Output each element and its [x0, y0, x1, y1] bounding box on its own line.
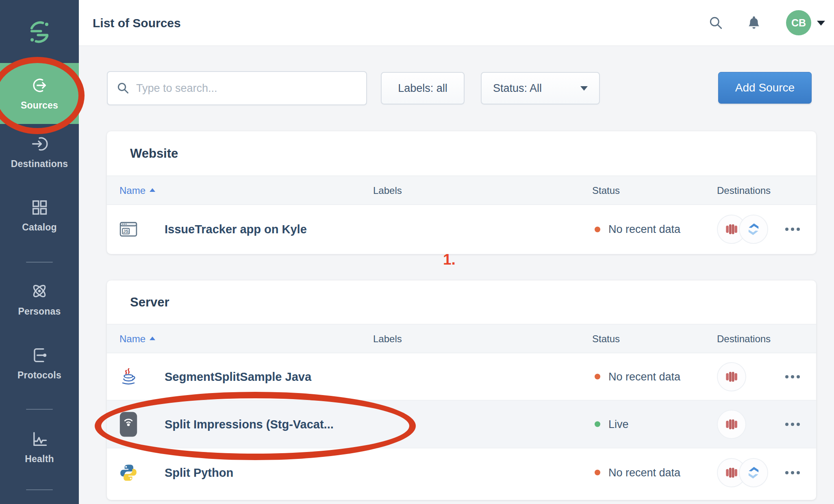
main-content: Labels: all Status: All Add Source Websi…	[79, 46, 834, 504]
column-header-labels: Labels	[373, 324, 402, 354]
column-header-labels: Labels	[373, 176, 402, 205]
website-section-card: Website Name Labels Status Destinations	[107, 131, 816, 254]
status-badge: Live	[595, 418, 629, 430]
sidebar-divider	[26, 489, 53, 490]
status-dot	[595, 470, 600, 476]
column-header-destinations: Destinations	[717, 176, 771, 205]
segment-logo-icon	[27, 20, 52, 45]
destinations-cell	[717, 362, 746, 391]
destinations-cell	[717, 458, 768, 487]
java-source-icon	[119, 367, 138, 386]
search-icon	[708, 15, 724, 31]
column-header-name[interactable]: Name	[119, 324, 155, 354]
page-title: List of Sources	[93, 0, 181, 46]
sidebar-item-personas[interactable]: Personas	[0, 282, 79, 321]
status-dot	[595, 374, 600, 380]
status-dot	[595, 421, 600, 427]
source-search	[107, 71, 367, 105]
status-badge: No recent data	[595, 223, 680, 236]
source-row-split-impressions[interactable]: Split Impressions (Stg-Vacat... Live	[107, 400, 816, 448]
source-row-issuetracker[interactable]: JS IssueTracker app on Kyle No recent da…	[107, 205, 816, 254]
sidebar-divider	[26, 262, 53, 263]
chevron-down-icon	[817, 21, 825, 26]
warehouse-destination-icon[interactable]	[717, 362, 746, 391]
sidebar-item-protocols[interactable]: Protocols	[0, 346, 79, 385]
status-badge: No recent data	[595, 466, 680, 479]
sidebar-item-health[interactable]: Health	[0, 430, 79, 469]
column-header-status: Status	[592, 176, 620, 205]
protocols-icon	[30, 346, 48, 364]
sidebar-item-catalog[interactable]: Catalog	[0, 198, 79, 237]
sources-page: Sources Destinations Cata	[0, 0, 834, 504]
account-menu-button[interactable]	[817, 0, 825, 46]
split-destination-icon[interactable]	[739, 458, 768, 487]
topbar: List of Sources CB	[79, 0, 834, 46]
search-icon	[117, 82, 130, 95]
search-input[interactable]	[136, 82, 357, 95]
row-menu-button[interactable]	[780, 465, 805, 481]
labels-filter-button[interactable]: Labels: all	[381, 72, 465, 104]
sidebar: Sources Destinations Cata	[0, 0, 79, 504]
source-name: Split Impressions (Stg-Vacat...	[165, 417, 334, 431]
bell-icon	[746, 15, 762, 31]
sidebar-item-destinations[interactable]: Destinations	[0, 135, 79, 174]
personas-icon	[30, 282, 49, 300]
source-name: SegmentSplitSample Java	[165, 370, 311, 383]
status-badge: No recent data	[595, 370, 680, 383]
javascript-website-source-icon: JS	[119, 220, 138, 239]
svg-text:JS: JS	[123, 229, 128, 234]
table-header: Name Labels Status Destinations	[107, 176, 816, 205]
section-title: Server	[107, 280, 816, 324]
table-header: Name Labels Status Destinations	[107, 324, 816, 353]
chevron-down-icon	[580, 86, 588, 91]
section-title: Website	[107, 131, 816, 176]
status-filter-dropdown[interactable]: Status: All	[481, 72, 600, 104]
source-row-split-python[interactable]: Split Python No recent data	[107, 448, 816, 497]
catalog-icon	[30, 198, 48, 216]
source-name: IssueTracker app on Kyle	[165, 223, 307, 236]
add-source-button[interactable]: Add Source	[718, 72, 812, 104]
destinations-cell	[717, 410, 746, 439]
sidebar-item-sources[interactable]: Sources	[0, 63, 79, 124]
sort-asc-icon	[150, 337, 155, 340]
sidebar-item-label: Protocols	[17, 370, 61, 381]
http-beacon-source-icon	[119, 411, 138, 437]
server-section-card: Server Name Labels Status Destinations	[107, 280, 816, 500]
column-header-name[interactable]: Name	[119, 176, 155, 205]
sources-icon	[30, 76, 48, 94]
segment-logo[interactable]	[0, 20, 79, 45]
warehouse-destination-icon[interactable]	[717, 410, 746, 439]
sidebar-divider	[26, 409, 53, 410]
sidebar-item-label: Health	[25, 454, 54, 465]
notifications-button[interactable]	[746, 0, 762, 46]
column-header-status: Status	[592, 324, 620, 354]
row-menu-button[interactable]	[780, 221, 805, 237]
sidebar-item-label: Catalog	[22, 222, 57, 233]
status-filter-value: Status: All	[493, 82, 542, 95]
python-source-icon	[119, 463, 138, 482]
avatar[interactable]: CB	[786, 10, 811, 35]
row-menu-button[interactable]	[780, 416, 805, 432]
global-search-button[interactable]	[708, 0, 724, 46]
source-name: Split Python	[165, 466, 233, 479]
destinations-icon	[30, 135, 48, 153]
destinations-cell	[717, 215, 768, 244]
health-icon	[30, 430, 48, 448]
column-header-destinations: Destinations	[717, 324, 771, 354]
status-dot	[595, 226, 600, 232]
sidebar-item-label: Destinations	[11, 159, 68, 169]
split-destination-icon[interactable]	[739, 215, 768, 244]
sidebar-item-label: Sources	[21, 100, 58, 111]
row-menu-button[interactable]	[780, 369, 805, 385]
sidebar-item-label: Personas	[18, 306, 61, 317]
source-row-java[interactable]: SegmentSplitSample Java No recent data	[107, 353, 816, 400]
sort-asc-icon	[150, 188, 155, 192]
